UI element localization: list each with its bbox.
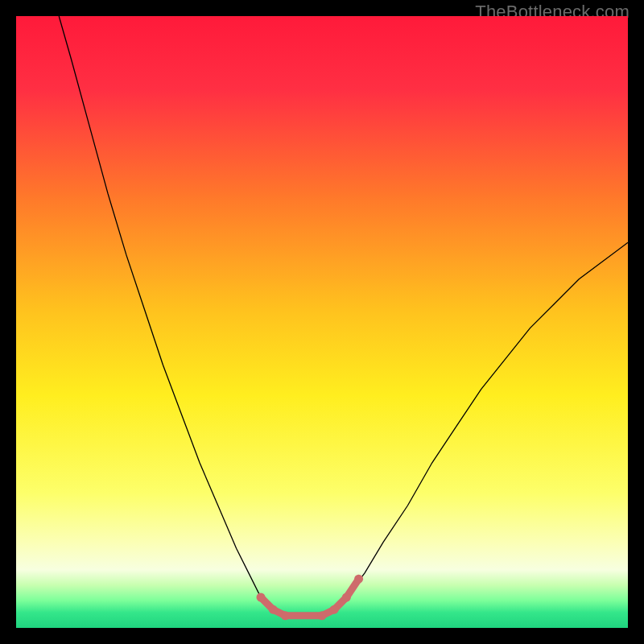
highlight-dot <box>281 611 290 620</box>
chart-frame: TheBottleneck.com <box>0 0 644 644</box>
highlight-dot <box>256 592 265 601</box>
highlight-dot <box>330 605 339 614</box>
highlight-dot <box>317 611 326 620</box>
bottleneck-chart <box>16 16 628 628</box>
highlight-dot <box>354 575 363 584</box>
highlight-dot <box>269 605 278 614</box>
highlight-dot <box>342 592 351 601</box>
